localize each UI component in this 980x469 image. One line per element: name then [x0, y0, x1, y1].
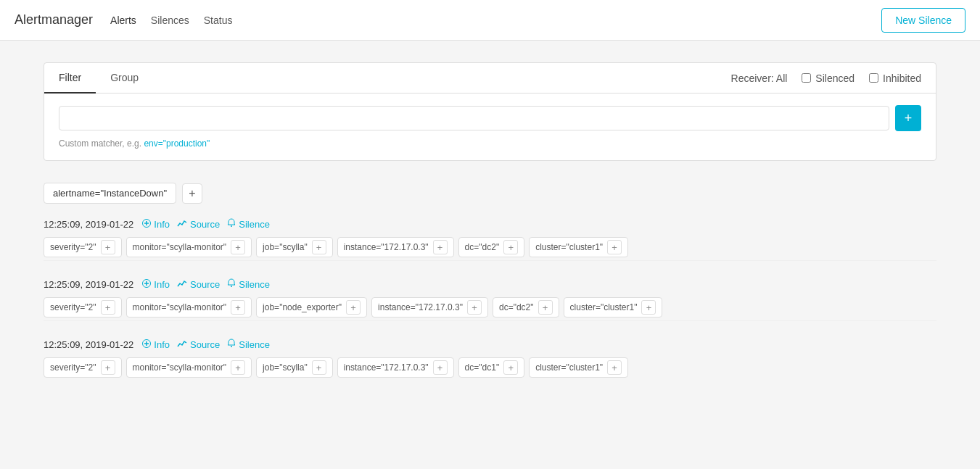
alert-action-label: Silence: [239, 279, 270, 290]
filter-tabs-left: Filter Group: [44, 63, 153, 93]
inhibited-checkbox[interactable]: [869, 73, 878, 83]
group-filter-add-button[interactable]: +: [182, 183, 202, 204]
alert-action-label: Info: [154, 339, 170, 350]
nav-status[interactable]: Status: [204, 14, 233, 26]
tag-add-button[interactable]: +: [101, 240, 115, 254]
alert-action-info-2[interactable]: Info: [142, 339, 170, 350]
tag-add-button[interactable]: +: [503, 240, 518, 254]
alert-action-info-1[interactable]: Info: [142, 278, 170, 290]
navbar-nav: Alerts Silences Status: [110, 14, 232, 26]
tag-label: dc="dc2": [465, 242, 500, 252]
tag-label: cluster="cluster1": [535, 242, 603, 252]
nav-silences[interactable]: Silences: [151, 14, 189, 26]
filter-hint: Custom matcher, e.g. env="production": [59, 138, 921, 149]
tag: instance="172.17.0.3"+: [337, 237, 454, 257]
tag-label: cluster="cluster1": [570, 302, 638, 312]
alert-action-label: Silence: [239, 339, 270, 350]
bell-icon: [227, 278, 236, 290]
main-content: Filter Group Receiver: All Silenced Inhi…: [0, 41, 980, 417]
tag-label: dc="dc1": [465, 362, 500, 373]
tag-add-button[interactable]: +: [231, 240, 245, 254]
navbar: Alertmanager Alerts Silences Status New …: [0, 0, 980, 41]
plus-icon: [142, 278, 151, 290]
tag-label: monitor="scylla-monitor": [133, 242, 227, 252]
tag-label: monitor="scylla-monitor": [133, 362, 227, 373]
tag-add-button[interactable]: +: [641, 300, 656, 315]
tag: monitor="scylla-monitor"+: [126, 297, 252, 317]
silenced-checkbox[interactable]: [802, 73, 811, 83]
alert-action-source-2[interactable]: Source: [177, 339, 220, 350]
tag-add-button[interactable]: +: [101, 300, 115, 315]
bell-icon: [227, 218, 236, 230]
add-filter-button[interactable]: +: [895, 105, 921, 131]
nav-alerts[interactable]: Alerts: [110, 14, 136, 26]
tag-add-button[interactable]: +: [312, 360, 326, 375]
alert-time-2: 12:25:09, 2019-01-22: [44, 339, 133, 350]
plus-icon: [142, 218, 151, 230]
alert-action-silence-2[interactable]: Silence: [227, 339, 270, 350]
group-filter-tag-label: alertname="InstanceDown": [53, 188, 167, 199]
alert-item-1: 12:25:09, 2019-01-22InfoSourceSilencesev…: [44, 278, 936, 321]
silenced-label: Silenced: [815, 72, 855, 84]
navbar-left: Alertmanager Alerts Silences Status: [15, 12, 232, 28]
filter-tabs: Filter Group Receiver: All Silenced Inhi…: [44, 63, 936, 94]
alert-action-silence-1[interactable]: Silence: [227, 278, 270, 290]
tag-label: cluster="cluster1": [535, 362, 603, 373]
tag-add-button[interactable]: +: [231, 360, 245, 375]
tag: severity="2"+: [44, 297, 122, 317]
hint-text: Custom matcher, e.g.: [59, 138, 141, 149]
tag: cluster="cluster1"+: [564, 297, 663, 317]
tag: dc="dc2"+: [493, 297, 559, 317]
tag-label: instance="172.17.0.3": [344, 362, 429, 373]
tag: severity="2"+: [44, 357, 122, 378]
filter-input[interactable]: [59, 106, 889, 130]
tag-add-button[interactable]: +: [607, 360, 622, 375]
tag: instance="172.17.0.3"+: [337, 357, 454, 378]
tag-add-button[interactable]: +: [231, 300, 245, 315]
tag-add-button[interactable]: +: [101, 360, 115, 375]
tab-filter[interactable]: Filter: [44, 63, 96, 94]
tags-row-0: severity="2"+monitor="scylla-monitor"+jo…: [44, 237, 936, 257]
chart-icon: [177, 278, 187, 290]
alert-meta-1: 12:25:09, 2019-01-22InfoSourceSilence: [44, 278, 936, 290]
tag-label: job="scylla": [263, 362, 308, 373]
tag-label: dc="dc2": [499, 302, 534, 312]
tab-group[interactable]: Group: [96, 63, 153, 94]
tag: monitor="scylla-monitor"+: [126, 357, 252, 378]
tag-label: monitor="scylla-monitor": [133, 302, 227, 312]
silenced-checkbox-group: Silenced: [802, 72, 855, 84]
bell-icon: [227, 339, 236, 350]
tag-add-button[interactable]: +: [467, 300, 482, 315]
tags-row-2: severity="2"+monitor="scylla-monitor"+jo…: [44, 357, 936, 378]
alert-action-label: Info: [154, 219, 170, 230]
filter-panel: Filter Group Receiver: All Silenced Inhi…: [44, 62, 936, 161]
inhibited-checkbox-group: Inhibited: [869, 72, 921, 84]
alert-meta-0: 12:25:09, 2019-01-22InfoSourceSilence: [44, 218, 936, 230]
plus-icon: [142, 339, 151, 350]
tag-add-button[interactable]: +: [607, 240, 622, 254]
tag-add-button[interactable]: +: [346, 300, 361, 315]
alert-divider: [44, 320, 936, 321]
tag-add-button[interactable]: +: [433, 360, 448, 375]
tag-add-button[interactable]: +: [503, 360, 518, 375]
tag: cluster="cluster1"+: [529, 357, 628, 378]
tag-label: job="scylla": [263, 242, 308, 252]
alert-action-info-0[interactable]: Info: [142, 218, 170, 230]
tag: dc="dc1"+: [458, 357, 525, 378]
tag: severity="2"+: [44, 237, 122, 257]
alert-action-source-0[interactable]: Source: [177, 218, 220, 230]
alert-action-silence-0[interactable]: Silence: [227, 218, 270, 230]
group-filter-bar: alertname="InstanceDown" +: [44, 183, 936, 204]
tags-row-1: severity="2"+monitor="scylla-monitor"+jo…: [44, 297, 936, 317]
new-silence-button[interactable]: New Silence: [881, 8, 965, 33]
tag-add-button[interactable]: +: [433, 240, 448, 254]
alert-meta-2: 12:25:09, 2019-01-22InfoSourceSilence: [44, 339, 936, 350]
tag-label: instance="172.17.0.3": [378, 302, 463, 312]
tag: instance="172.17.0.3"+: [371, 297, 488, 317]
tag-label: severity="2": [50, 302, 96, 312]
alert-action-source-1[interactable]: Source: [177, 278, 220, 290]
tag-add-button[interactable]: +: [312, 240, 326, 254]
hint-example[interactable]: env="production": [144, 138, 210, 149]
tag-add-button[interactable]: +: [538, 300, 553, 315]
alert-item-0: 12:25:09, 2019-01-22InfoSourceSilencesev…: [44, 218, 936, 261]
